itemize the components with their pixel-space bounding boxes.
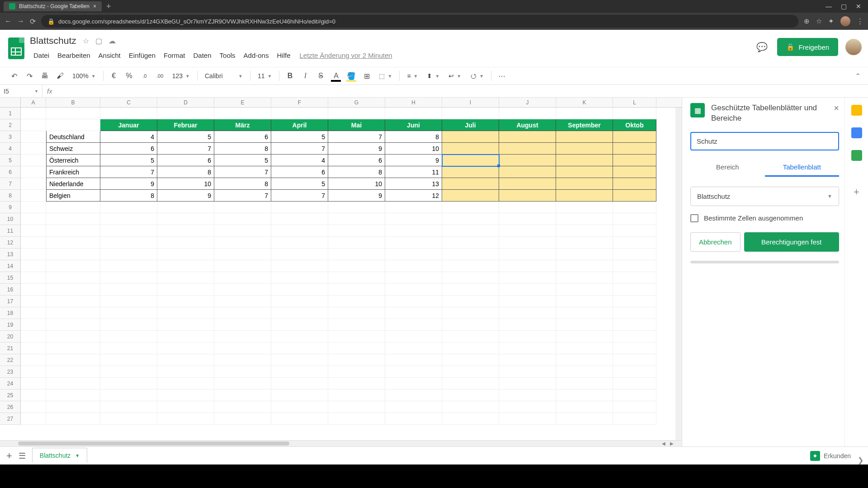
cell[interactable] bbox=[499, 190, 556, 202]
cell[interactable] bbox=[21, 225, 46, 237]
comments-icon[interactable]: 💬 bbox=[754, 39, 770, 55]
cell[interactable] bbox=[556, 166, 613, 178]
menu-tools[interactable]: Tools bbox=[216, 51, 239, 60]
cell[interactable] bbox=[556, 190, 613, 202]
cell[interactable] bbox=[499, 272, 556, 284]
url-input[interactable]: 🔒 docs.google.com/spreadsheets/d/1z4GXBe… bbox=[41, 15, 798, 28]
cell[interactable]: 8 bbox=[100, 190, 157, 202]
cell[interactable] bbox=[21, 249, 46, 260]
row-header[interactable]: 10 bbox=[0, 213, 21, 225]
cell[interactable] bbox=[613, 307, 656, 319]
star-icon[interactable]: ☆ bbox=[816, 17, 822, 25]
row-header[interactable]: 24 bbox=[0, 378, 21, 389]
cell[interactable]: 7 bbox=[214, 166, 271, 178]
tab-close-icon[interactable]: × bbox=[93, 3, 96, 9]
cell[interactable] bbox=[328, 249, 385, 260]
cell[interactable] bbox=[21, 108, 46, 119]
paint-format-icon[interactable]: 🖌 bbox=[53, 69, 67, 83]
row-header[interactable]: 25 bbox=[0, 389, 21, 401]
column-header[interactable]: G bbox=[328, 98, 385, 107]
cell[interactable] bbox=[46, 401, 100, 413]
cell[interactable] bbox=[328, 389, 385, 401]
cell[interactable] bbox=[157, 260, 214, 272]
cell[interactable]: 6 bbox=[214, 131, 271, 143]
cell[interactable] bbox=[328, 413, 385, 425]
cell[interactable]: Mai bbox=[328, 119, 385, 131]
cell[interactable]: Juni bbox=[385, 119, 442, 131]
cell[interactable]: 13 bbox=[385, 178, 442, 190]
share-button[interactable]: 🔒 Freigeben bbox=[777, 38, 838, 56]
cell[interactable] bbox=[328, 296, 385, 307]
bold-button[interactable]: B bbox=[283, 69, 297, 83]
cell[interactable] bbox=[613, 343, 656, 354]
cell[interactable] bbox=[21, 190, 46, 202]
cell[interactable] bbox=[157, 284, 214, 296]
cell[interactable] bbox=[442, 366, 499, 378]
borders-button[interactable]: ⊞ bbox=[360, 69, 373, 83]
cell[interactable] bbox=[271, 307, 328, 319]
cell[interactable] bbox=[271, 108, 328, 119]
cell[interactable] bbox=[328, 108, 385, 119]
menu-help[interactable]: Hilfe bbox=[273, 51, 294, 60]
cell[interactable] bbox=[100, 343, 157, 354]
cell[interactable]: 6 bbox=[328, 155, 385, 166]
tab-range[interactable]: Bereich bbox=[690, 159, 765, 177]
cell[interactable] bbox=[613, 143, 656, 155]
cell[interactable] bbox=[214, 249, 271, 260]
row-header[interactable]: 9 bbox=[0, 202, 21, 213]
cell[interactable] bbox=[385, 202, 442, 213]
column-header[interactable]: B bbox=[46, 98, 100, 107]
cell[interactable] bbox=[385, 225, 442, 237]
cell[interactable] bbox=[46, 202, 100, 213]
cell[interactable] bbox=[499, 343, 556, 354]
halign-dropdown[interactable]: ≡▼ bbox=[403, 72, 421, 80]
panel-scrollbar[interactable] bbox=[690, 261, 839, 263]
cell[interactable] bbox=[21, 284, 46, 296]
cell[interactable] bbox=[21, 389, 46, 401]
fill-color-button[interactable]: 🪣 bbox=[344, 69, 358, 83]
browser-tab[interactable]: Blattschutz - Google Tabellen × bbox=[4, 1, 102, 11]
cell[interactable] bbox=[46, 284, 100, 296]
cell[interactable] bbox=[271, 319, 328, 331]
cell[interactable] bbox=[214, 401, 271, 413]
cell[interactable]: Januar bbox=[100, 119, 157, 131]
new-tab-button[interactable]: + bbox=[106, 2, 111, 11]
cell[interactable] bbox=[613, 249, 656, 260]
cell[interactable]: Niederlande bbox=[46, 178, 100, 190]
sheet-select-dropdown[interactable]: Blattschutz ▼ bbox=[690, 187, 839, 206]
row-header[interactable]: 6 bbox=[0, 166, 21, 178]
cell[interactable] bbox=[214, 296, 271, 307]
cell[interactable] bbox=[328, 378, 385, 389]
cell[interactable] bbox=[271, 366, 328, 378]
cell[interactable]: 5 bbox=[271, 131, 328, 143]
menu-edit[interactable]: Bearbeiten bbox=[54, 51, 94, 60]
cell[interactable] bbox=[613, 331, 656, 343]
cell[interactable] bbox=[556, 143, 613, 155]
cell[interactable] bbox=[613, 155, 656, 166]
merge-dropdown[interactable]: ⬚▼ bbox=[375, 72, 396, 80]
cell[interactable] bbox=[21, 354, 46, 366]
cell[interactable]: Österreich bbox=[46, 155, 100, 166]
cell[interactable] bbox=[442, 272, 499, 284]
cell[interactable] bbox=[21, 143, 46, 155]
cell[interactable] bbox=[100, 413, 157, 425]
cell[interactable] bbox=[21, 401, 46, 413]
cell[interactable] bbox=[157, 213, 214, 225]
cell[interactable] bbox=[556, 249, 613, 260]
cell[interactable] bbox=[328, 331, 385, 343]
cell[interactable] bbox=[271, 225, 328, 237]
cell[interactable] bbox=[442, 284, 499, 296]
cell[interactable] bbox=[271, 401, 328, 413]
cell[interactable] bbox=[556, 178, 613, 190]
protection-description-input[interactable] bbox=[690, 132, 839, 150]
cell[interactable]: 7 bbox=[271, 143, 328, 155]
cell[interactable]: 5 bbox=[100, 155, 157, 166]
cell[interactable] bbox=[556, 272, 613, 284]
cell[interactable] bbox=[328, 213, 385, 225]
cell[interactable] bbox=[21, 178, 46, 190]
cell[interactable] bbox=[214, 272, 271, 284]
cell[interactable] bbox=[21, 331, 46, 343]
select-all-corner[interactable] bbox=[0, 98, 21, 107]
cell[interactable] bbox=[385, 272, 442, 284]
cell[interactable]: Februar bbox=[157, 119, 214, 131]
